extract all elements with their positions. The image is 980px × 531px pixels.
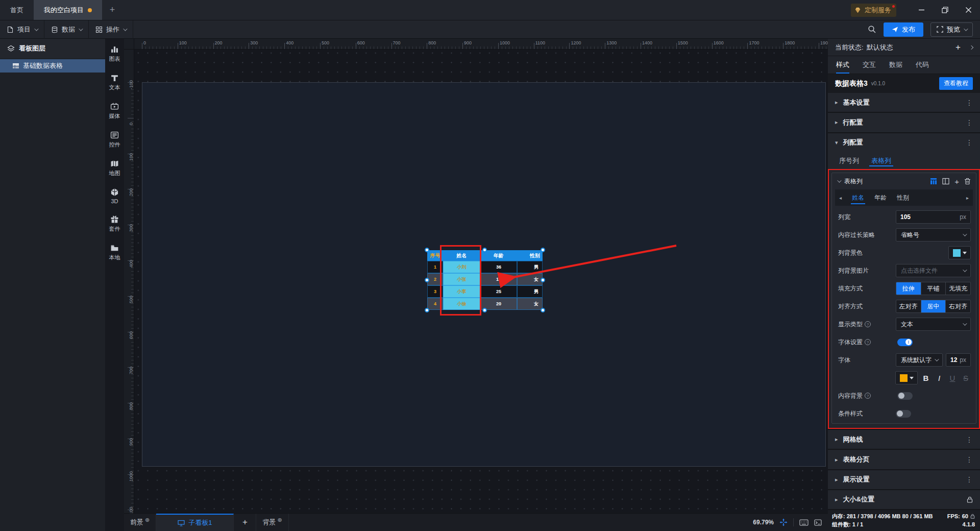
field-column-bg-color: 列背景色 — [832, 246, 976, 259]
minimize-button[interactable] — [910, 0, 933, 20]
chevron-right-icon[interactable] — [969, 45, 973, 49]
font-size-input[interactable]: px — [946, 353, 971, 367]
strip-item-chart[interactable]: 图表 — [109, 45, 120, 63]
memory-value: 281 / 3798 / 4096 MB 80 / 361 MB — [847, 513, 933, 519]
section-size-position[interactable]: ▸ 大小&位置 — [828, 490, 980, 509]
section-basic-settings[interactable]: ▸ 基本设置 ⋮ — [828, 93, 980, 112]
font-color-picker[interactable] — [895, 371, 918, 384]
strip-item-local[interactable]: 本地 — [109, 244, 120, 261]
h-ruler: 0100200300400500600700800900100011001200… — [134, 39, 828, 50]
fill-stretch-option[interactable]: 拉伸 — [896, 282, 921, 295]
fill-tile-option[interactable]: 平铺 — [921, 282, 946, 295]
table-cell: 18 — [480, 273, 517, 285]
scroll-right-icon[interactable]: ▸ — [966, 189, 969, 206]
strikethrough-button[interactable]: S — [961, 374, 971, 382]
fit-view-icon[interactable] — [779, 518, 788, 526]
add-state-button[interactable]: + — [955, 42, 961, 53]
layer-item-table[interactable]: 基础数据表格 — [0, 59, 105, 73]
foreground-button[interactable]: 前景 ⊕ — [124, 514, 156, 531]
section-menu-icon[interactable]: ⋮ — [966, 99, 973, 107]
new-tab-button[interactable]: + — [102, 0, 122, 20]
section-menu-icon[interactable]: ⋮ — [966, 475, 973, 484]
board-tab-active[interactable]: 子看板1 — [156, 514, 234, 531]
section-menu-icon[interactable]: ⋮ — [966, 118, 973, 127]
tab-index-column[interactable]: 序号列 — [839, 152, 859, 169]
preview-button[interactable]: 预览 — [930, 22, 973, 37]
restore-button[interactable] — [933, 0, 957, 20]
font-family-select[interactable]: 系统默认字 — [896, 353, 943, 367]
keyboard-icon[interactable] — [799, 519, 808, 526]
strip-item-map[interactable]: 地图 — [109, 159, 120, 177]
delete-column-icon[interactable] — [964, 178, 971, 185]
help-icon[interactable]: ? — [865, 393, 871, 399]
field-condition-style: 条件样式 — [832, 407, 976, 420]
zoom-level[interactable]: 69.79% — [753, 519, 774, 526]
bold-button[interactable]: B — [921, 374, 931, 382]
underline-button[interactable]: U — [947, 374, 958, 382]
window-tab-home[interactable]: 首页 — [0, 0, 34, 20]
section-display-settings[interactable]: ▸ 展示设置 ⋮ — [828, 470, 980, 489]
tutorial-button[interactable]: 查看教程 — [939, 77, 973, 90]
column-view-icon[interactable] — [942, 178, 949, 185]
overflow-select[interactable]: 省略号 — [896, 228, 971, 242]
section-menu-icon[interactable]: ⋮ — [966, 436, 973, 444]
bg-image-select[interactable]: 点击选择文件 — [896, 264, 971, 277]
tab-data[interactable]: 数据 — [889, 56, 902, 73]
section-gridlines[interactable]: ▸ 网格线 ⋮ — [828, 430, 980, 449]
section-row-config[interactable]: ▸ 行配置 ⋮ — [828, 113, 980, 132]
column-width-value[interactable] — [900, 213, 946, 221]
close-button[interactable] — [957, 0, 980, 20]
align-left-option[interactable]: 左对齐 — [896, 300, 921, 312]
strip-item-cube-3d[interactable]: 3D — [110, 188, 119, 204]
section-menu-icon[interactable]: ⋮ — [966, 455, 973, 464]
section-column-config[interactable]: ▾ 列配置 ⋮ — [828, 133, 980, 152]
font-settings-toggle[interactable] — [897, 339, 913, 346]
tab-interaction[interactable]: 交互 — [863, 56, 876, 73]
tab-table-column[interactable]: 表格列 — [871, 152, 891, 169]
column-width-input[interactable]: px — [896, 210, 971, 224]
strip-item-text[interactable]: 文本 — [109, 74, 120, 91]
field-label: 列宽 — [838, 213, 850, 222]
strip-item-control[interactable]: 控件 — [109, 131, 120, 149]
section-menu-icon[interactable]: ⋮ — [966, 138, 973, 147]
fill-none-option[interactable]: 无填充 — [946, 282, 970, 295]
add-column-icon[interactable]: + — [954, 177, 959, 186]
pill-age-column[interactable]: 年龄 — [874, 189, 887, 206]
font-size-value[interactable] — [950, 356, 960, 364]
background-button[interactable]: 背景 ⊕ — [256, 514, 288, 531]
pill-gender-column[interactable]: 性别 — [897, 189, 909, 206]
window-tab-project[interactable]: 我的空白项目 — [34, 0, 102, 20]
column-bg-color-picker[interactable] — [948, 246, 971, 259]
circle-plus-icon[interactable]: ⊕ — [277, 517, 282, 523]
condition-style-toggle[interactable] — [896, 410, 911, 418]
help-icon[interactable]: ? — [865, 339, 871, 345]
display-type-select[interactable]: 文本 — [896, 318, 971, 331]
console-icon[interactable] — [814, 519, 822, 526]
help-icon[interactable]: ? — [865, 321, 871, 327]
search-icon[interactable] — [868, 25, 876, 34]
section-paging[interactable]: ▸ 表格分页 ⋮ — [828, 450, 980, 469]
pill-name-column[interactable]: 姓名 — [852, 189, 864, 206]
scroll-left-icon[interactable]: ◂ — [839, 189, 842, 206]
align-right-option[interactable]: 右对齐 — [946, 300, 970, 312]
menu-actions[interactable]: 操作 — [89, 20, 133, 39]
menu-data[interactable]: 数据 — [44, 20, 89, 39]
align-center-option[interactable]: 居中 — [921, 300, 946, 312]
publish-button[interactable]: 发布 — [884, 22, 923, 37]
menu-label: 数据 — [62, 25, 75, 34]
table-column-header[interactable]: 表格列 + — [832, 173, 976, 189]
content-bg-toggle[interactable] — [897, 392, 913, 400]
canvas[interactable]: 0100200300400500600700800900100011001200… — [124, 39, 828, 513]
italic-button[interactable]: I — [934, 374, 944, 382]
strip-item-kit[interactable]: 套件 — [109, 215, 120, 233]
tab-style[interactable]: 样式 — [836, 56, 849, 73]
circle-plus-icon[interactable]: ⊕ — [145, 517, 150, 523]
strip-item-media[interactable]: 媒体 — [109, 102, 120, 120]
add-board-button[interactable]: + — [234, 514, 256, 531]
lock-icon[interactable] — [967, 496, 973, 503]
custom-service-badge[interactable]: 定制服务 — [851, 4, 896, 17]
tab-code[interactable]: 代码 — [916, 56, 929, 73]
menu-project[interactable]: 项目 — [0, 20, 44, 39]
table-view-icon[interactable] — [930, 178, 937, 185]
chart-icon — [110, 45, 119, 54]
